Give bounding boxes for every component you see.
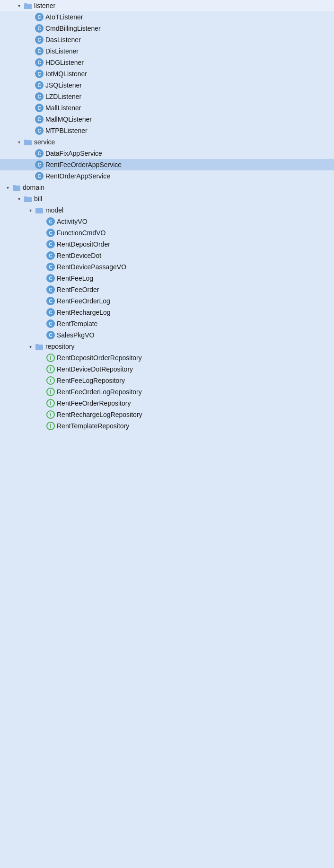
IotMQListener-label: IotMQListener: [45, 70, 87, 78]
RentDeviceDotRepository[interactable]: IRentDeviceDotRepository: [0, 363, 334, 375]
RentFeeOrder-class-icon: C: [46, 285, 55, 294]
RentOrderAppService[interactable]: CRentOrderAppService: [0, 170, 334, 182]
MallListener-label: MallListener: [45, 104, 81, 112]
listener-folder-folder-icon: [24, 1, 32, 10]
LZDListener-label: LZDListener: [45, 93, 81, 100]
MallMQListener-class-icon: C: [35, 115, 44, 124]
CmdBillingListener[interactable]: CCmdBillingListener: [0, 23, 334, 34]
RentTemplateRepository-interface-icon: I: [46, 422, 55, 430]
RentFeeOrderRepository-interface-icon: I: [46, 399, 55, 407]
RentRechargeLog[interactable]: CRentRechargeLog: [0, 307, 334, 318]
DisListener[interactable]: CDisListener: [0, 45, 334, 57]
listener-folder[interactable]: ▾ listener: [0, 0, 334, 11]
MTPBListener-class-icon: C: [35, 126, 44, 135]
DasListener-label: DasListener: [45, 36, 81, 44]
domain-folder-label: domain: [23, 184, 44, 191]
RentFeeOrderLog-label: RentFeeOrderLog: [57, 297, 110, 305]
RentDevicePassageVO-class-icon: C: [46, 263, 55, 271]
RentFeeOrderLog[interactable]: CRentFeeOrderLog: [0, 295, 334, 307]
domain-folder[interactable]: ▾ domain: [0, 182, 334, 193]
RentFeeLog-class-icon: C: [46, 274, 55, 283]
RentRechargeLogRepository[interactable]: IRentRechargeLogRepository: [0, 409, 334, 420]
DasListener-class-icon: C: [35, 35, 44, 44]
file-tree: ▾ listenerCAIoTListenerCCmdBillingListen…: [0, 0, 334, 432]
ActivityVO-label: ActivityVO: [57, 218, 88, 225]
JSQListener-class-icon: C: [35, 81, 44, 89]
RentDepositOrder-label: RentDepositOrder: [57, 240, 110, 248]
RentOrderAppService-label: RentOrderAppService: [45, 172, 110, 180]
RentRechargeLogRepository-interface-icon: I: [46, 410, 55, 419]
bill-folder-folder-icon: [24, 195, 32, 203]
ActivityVO[interactable]: CActivityVO: [0, 216, 334, 227]
repository-folder-label: repository: [45, 343, 74, 350]
RentDeviceDot[interactable]: CRentDeviceDot: [0, 250, 334, 261]
RentFeeLog-label: RentFeeLog: [57, 275, 93, 282]
RentFeeOrderRepository-label: RentFeeOrderRepository: [57, 399, 131, 407]
MTPBListener-label: MTPBListener: [45, 127, 88, 134]
AIoTListener-label: AIoTListener: [45, 13, 83, 21]
FunctionCmdVO-label: FunctionCmdVO: [57, 229, 105, 237]
RentTemplate-label: RentTemplate: [57, 320, 97, 328]
SalesPkgVO-label: SalesPkgVO: [57, 331, 94, 339]
ActivityVO-class-icon: C: [46, 217, 55, 226]
RentFeeOrderLogRepository-label: RentFeeOrderLogRepository: [57, 388, 142, 396]
DisListener-class-icon: C: [35, 47, 44, 55]
MallMQListener[interactable]: CMallMQListener: [0, 114, 334, 125]
RentTemplateRepository[interactable]: IRentTemplateRepository: [0, 420, 334, 432]
MallMQListener-label: MallMQListener: [45, 115, 92, 123]
RentFeeOrderLog-class-icon: C: [46, 297, 55, 305]
repository-folder[interactable]: ▾ repository: [0, 341, 334, 352]
bill-folder[interactable]: ▾ bill: [0, 193, 334, 204]
RentDevicePassageVO-label: RentDevicePassageVO: [57, 263, 126, 271]
repository-folder-chevron: ▾: [26, 343, 34, 350]
RentFeeOrderAppService-class-icon: C: [35, 160, 44, 169]
JSQListener[interactable]: CJSQListener: [0, 80, 334, 91]
IotMQListener-class-icon: C: [35, 70, 44, 78]
RentFeeOrderAppService-label: RentFeeOrderAppService: [45, 161, 122, 168]
RentDeviceDotRepository-label: RentDeviceDotRepository: [57, 365, 133, 373]
MTPBListener[interactable]: CMTPBListener: [0, 125, 334, 136]
listener-folder-label: listener: [34, 2, 55, 9]
RentFeeOrder[interactable]: CRentFeeOrder: [0, 284, 334, 295]
RentTemplate[interactable]: CRentTemplate: [0, 318, 334, 329]
RentFeeOrderAppService[interactable]: CRentFeeOrderAppService: [0, 159, 334, 170]
RentTemplateRepository-label: RentTemplateRepository: [57, 422, 129, 430]
MallListener[interactable]: CMallListener: [0, 102, 334, 114]
RentRechargeLog-class-icon: C: [46, 308, 55, 317]
IotMQListener[interactable]: CIotMQListener: [0, 68, 334, 80]
JSQListener-label: JSQListener: [45, 81, 82, 89]
model-folder-folder-icon: [35, 206, 44, 214]
RentFeeOrder-label: RentFeeOrder: [57, 286, 99, 293]
MallListener-class-icon: C: [35, 104, 44, 112]
DataFixAppService[interactable]: CDataFixAppService: [0, 148, 334, 159]
RentDevicePassageVO[interactable]: CRentDevicePassageVO: [0, 261, 334, 273]
DataFixAppService-label: DataFixAppService: [45, 150, 102, 157]
DisListener-label: DisListener: [45, 47, 79, 55]
RentDepositOrderRepository[interactable]: IRentDepositOrderRepository: [0, 352, 334, 363]
CmdBillingListener-label: CmdBillingListener: [45, 25, 101, 32]
LZDListener[interactable]: CLZDListener: [0, 91, 334, 102]
model-folder[interactable]: ▾ model: [0, 204, 334, 216]
service-folder-folder-icon: [24, 138, 32, 146]
DasListener[interactable]: CDasListener: [0, 34, 334, 45]
listener-folder-chevron: ▾: [15, 2, 23, 9]
RentFeeOrderLogRepository[interactable]: IRentFeeOrderLogRepository: [0, 386, 334, 398]
HDGListener-label: HDGListener: [45, 59, 84, 66]
HDGListener[interactable]: CHDGListener: [0, 57, 334, 68]
FunctionCmdVO[interactable]: CFunctionCmdVO: [0, 227, 334, 239]
service-folder-chevron: ▾: [15, 138, 23, 146]
model-folder-label: model: [45, 206, 63, 214]
RentFeeLogRepository-interface-icon: I: [46, 376, 55, 385]
RentOrderAppService-class-icon: C: [35, 172, 44, 180]
RentFeeLogRepository[interactable]: IRentFeeLogRepository: [0, 375, 334, 386]
FunctionCmdVO-class-icon: C: [46, 229, 55, 237]
RentFeeOrderRepository[interactable]: IRentFeeOrderRepository: [0, 398, 334, 409]
service-folder[interactable]: ▾ service: [0, 136, 334, 148]
RentFeeOrderLogRepository-interface-icon: I: [46, 388, 55, 396]
RentDepositOrder[interactable]: CRentDepositOrder: [0, 239, 334, 250]
SalesPkgVO-class-icon: C: [46, 331, 55, 339]
RentFeeLog[interactable]: CRentFeeLog: [0, 273, 334, 284]
SalesPkgVO[interactable]: CSalesPkgVO: [0, 329, 334, 341]
AIoTListener[interactable]: CAIoTListener: [0, 11, 334, 23]
RentDepositOrderRepository-label: RentDepositOrderRepository: [57, 354, 142, 362]
